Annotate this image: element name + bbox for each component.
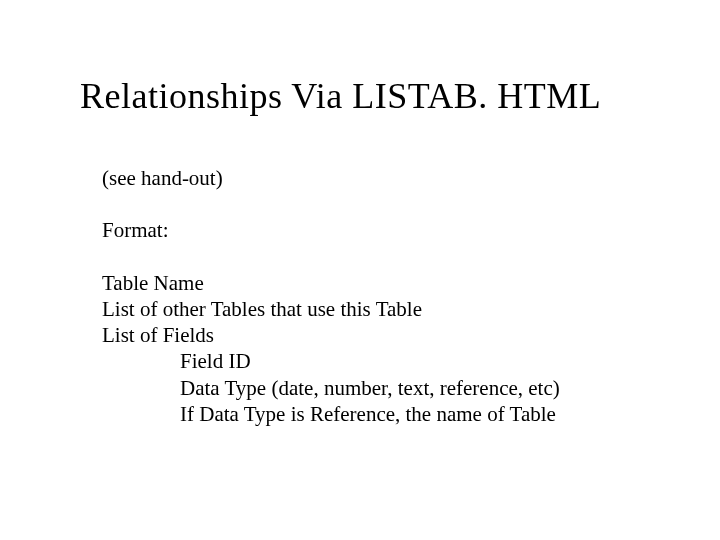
format-label: Format: xyxy=(102,217,640,243)
line-table-name: Table Name xyxy=(102,270,640,296)
note-line: (see hand-out) xyxy=(102,165,640,191)
slide-body: (see hand-out) Format: Table Name List o… xyxy=(80,165,640,427)
line-other-tables: List of other Tables that use this Table xyxy=(102,296,640,322)
format-block: Table Name List of other Tables that use… xyxy=(102,270,640,428)
line-list-fields: List of Fields xyxy=(102,322,640,348)
slide-title: Relationships Via LISTAB. HTML xyxy=(80,75,640,117)
line-reference: If Data Type is Reference, the name of T… xyxy=(102,401,640,427)
line-field-id: Field ID xyxy=(102,348,640,374)
line-data-type: Data Type (date, number, text, reference… xyxy=(102,375,640,401)
